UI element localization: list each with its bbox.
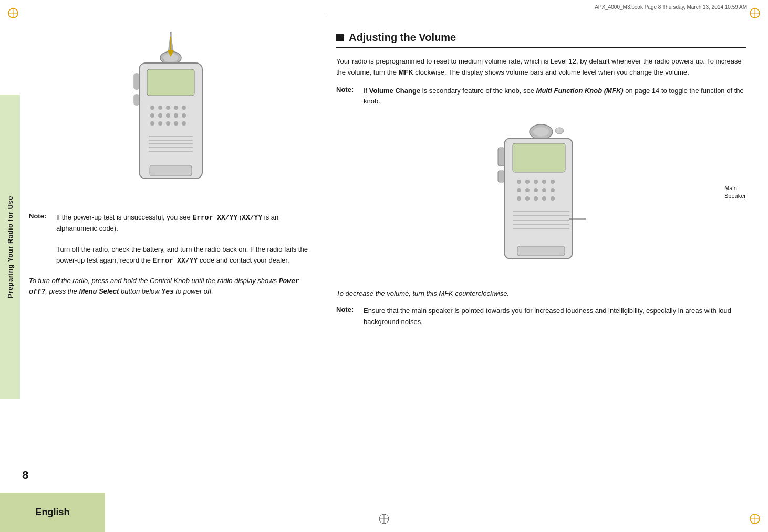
svg-rect-22: [147, 69, 194, 96]
svg-point-33: [150, 121, 154, 126]
svg-point-65: [534, 196, 538, 201]
svg-rect-45: [150, 165, 192, 176]
italic1b: , press the: [45, 287, 79, 295]
left-column: Note: If the power-up test is unsuccessf…: [29, 32, 313, 297]
svg-point-32: [182, 113, 186, 118]
note3: Note: Ensure that the main speaker is po…: [336, 306, 746, 327]
svg-point-34: [158, 121, 162, 126]
page-container: APX_4000_M3.book Page 8 Thursday, March …: [0, 0, 768, 532]
note1: Note: If the power-up test is unsuccessf…: [29, 212, 313, 266]
note1-code3: Error XX/YY: [153, 257, 198, 265]
italic1-bold: Menu Select: [79, 287, 119, 295]
svg-point-66: [542, 196, 546, 201]
svg-point-56: [542, 180, 546, 184]
svg-rect-52: [513, 143, 565, 172]
note2-body: If Volume Change is secondary feature of…: [364, 86, 746, 107]
radio-svg-right: [489, 116, 594, 279]
note1-para1: If the power-up test is unsuccessful, yo…: [56, 212, 313, 234]
english-label-text: English: [35, 507, 69, 518]
svg-point-58: [517, 188, 521, 192]
note2-label: Note:: [336, 86, 364, 93]
svg-point-36: [174, 121, 178, 126]
svg-point-25: [166, 106, 170, 110]
italic1c: button below: [119, 287, 161, 295]
note3-label: Note:: [336, 306, 364, 314]
note1-code2: XX/YY: [242, 214, 262, 222]
italic1-text: To turn off the radio, press and hold th…: [29, 277, 279, 285]
section-header: Adjusting the Volume: [336, 32, 746, 48]
reg-mark-tl: [7, 7, 19, 19]
svg-point-61: [542, 188, 546, 192]
body-para1: Your radio is preprogrammed to reset to …: [336, 56, 746, 78]
reg-mark-tr: [749, 7, 761, 19]
note3-body: Ensure that the main speaker is pointed …: [364, 306, 746, 327]
svg-point-62: [551, 188, 555, 192]
top-bar: APX_4000_M3.book Page 8 Thursday, March …: [595, 4, 747, 10]
italic1-code2: Yes: [161, 288, 173, 296]
svg-rect-21: [134, 95, 139, 105]
note1-para2: Turn off the radio, check the battery, a…: [56, 244, 313, 266]
italic2-text: To decrease the volume, turn this MFK co…: [336, 289, 509, 297]
note2-italic1: Multi Function Knob (MFK): [536, 87, 624, 95]
svg-point-23: [150, 106, 154, 110]
svg-point-53: [517, 180, 521, 184]
page-number: 8: [22, 468, 28, 482]
speaker-label: Main Speaker: [724, 184, 746, 201]
body1-bold: MFK: [399, 68, 413, 76]
note2-bold1: Volume Change: [369, 87, 420, 95]
note1-body: If the power-up test is unsuccessful, yo…: [56, 212, 313, 266]
svg-point-59: [525, 188, 530, 192]
speaker-line1: Main: [724, 184, 746, 192]
italic-para1: To turn off the radio, press and hold th…: [29, 276, 313, 297]
reg-mark-br: [749, 513, 761, 525]
svg-rect-20: [134, 74, 139, 89]
radio-svg-left: [123, 32, 218, 200]
svg-point-28: [150, 113, 154, 118]
column-divider: [326, 16, 326, 504]
svg-point-55: [534, 180, 538, 184]
svg-point-47: [533, 127, 549, 137]
svg-point-37: [182, 121, 186, 126]
note1-code1: Error XX/YY: [192, 214, 237, 222]
svg-rect-50: [498, 148, 504, 166]
svg-point-27: [182, 106, 186, 110]
svg-point-64: [525, 196, 530, 201]
note2: Note: If Volume Change is secondary feat…: [336, 86, 746, 107]
svg-point-30: [166, 113, 170, 118]
note2-text1: If: [364, 87, 369, 95]
english-label-box: English: [0, 493, 105, 532]
svg-point-35: [166, 121, 170, 126]
svg-point-67: [551, 196, 555, 201]
right-column: Adjusting the Volume Your radio is prepr…: [336, 32, 746, 330]
svg-point-24: [158, 106, 162, 110]
svg-point-54: [525, 180, 530, 184]
svg-point-29: [158, 113, 162, 118]
svg-point-60: [534, 188, 538, 192]
note1-text1: If the power-up test is unsuccessful, yo…: [56, 213, 192, 221]
note1-label: Note:: [29, 212, 56, 220]
radio-image-top: [29, 32, 313, 200]
note2-text2: is secondary feature of the knob, see: [420, 87, 536, 95]
note3-text: Ensure that the main speaker is pointed …: [364, 307, 731, 325]
svg-point-31: [174, 113, 178, 118]
svg-point-57: [551, 180, 555, 184]
file-info: APX_4000_M3.book Page 8 Thursday, March …: [595, 4, 747, 10]
section-title: Adjusting the Volume: [349, 32, 456, 44]
speaker-line2: Speaker: [724, 192, 746, 200]
side-tab: Preparing Your Radio for Use: [0, 95, 20, 399]
svg-point-63: [517, 196, 521, 201]
note1-text2: (: [237, 213, 242, 221]
svg-rect-73: [517, 246, 565, 256]
side-tab-label: Preparing Your Radio for Use: [6, 196, 14, 298]
section-icon: [336, 34, 344, 41]
svg-point-48: [555, 128, 564, 134]
svg-rect-51: [498, 171, 504, 182]
note1-para2b: code and contact your dealer.: [198, 256, 289, 264]
svg-point-26: [174, 106, 178, 110]
italic1d: to power off.: [174, 287, 213, 295]
body1b: clockwise. The display shows volume bars…: [413, 68, 689, 76]
radio-image-right-container: Main Speaker: [336, 116, 746, 279]
reg-mark-bc: [378, 513, 390, 525]
italic-para2: To decrease the volume, turn this MFK co…: [336, 288, 746, 299]
